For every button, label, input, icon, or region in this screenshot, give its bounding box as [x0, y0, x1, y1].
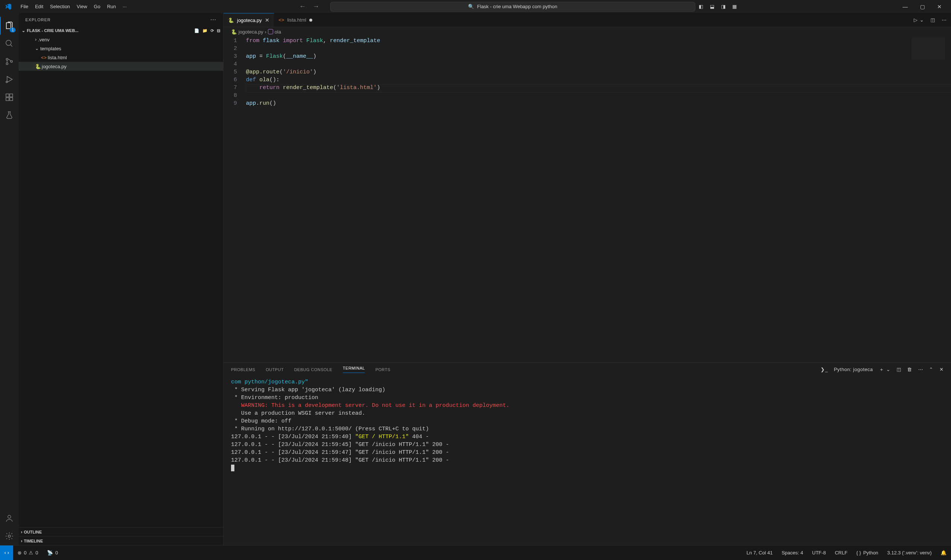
status-python-interpreter[interactable]: 3.12.3 ('.venv': venv) — [883, 550, 936, 555]
panel-tab-debug-console[interactable]: DEBUG CONSOLE — [294, 368, 332, 372]
tree-item-label: lista.html — [48, 55, 67, 60]
folder-header[interactable]: ⌄ FLASK - CRIE UMA WEB... 📄 📁 ⟳ ⊟ — [18, 26, 223, 35]
split-terminal-icon[interactable]: ◫ — [897, 367, 902, 372]
breadcrumb[interactable]: 🐍 jogoteca.py › ola — [223, 27, 951, 36]
chevron-down-icon: ⌄ — [22, 28, 25, 33]
source-control-icon[interactable] — [0, 52, 18, 71]
svg-line-1 — [11, 45, 12, 46]
editor-tab-jogoteca.py[interactable]: 🐍jogoteca.py✕ — [223, 13, 274, 27]
run-debug-icon[interactable] — [0, 71, 18, 88]
panel-tab-terminal[interactable]: TERMINAL — [343, 366, 365, 373]
editor-tab-lista.html[interactable]: <>lista.html — [274, 13, 317, 27]
window-maximize-icon[interactable]: ▢ — [914, 0, 931, 13]
menu-selection[interactable]: Selection — [46, 2, 73, 12]
refresh-icon[interactable]: ⟳ — [211, 28, 214, 33]
search-icon: 🔍 — [468, 4, 474, 9]
outline-section[interactable]: › OUTLINE — [18, 527, 223, 536]
kill-terminal-icon[interactable]: 🗑 — [907, 367, 912, 372]
status-notifications-icon[interactable]: 🔔 — [936, 550, 951, 555]
line-numbers: 123456789 — [223, 36, 246, 363]
menu-···[interactable]: ··· — [119, 2, 130, 12]
split-editor-icon[interactable]: ◫ — [931, 17, 935, 23]
layout-sidebar-right-icon[interactable]: ◨ — [718, 0, 729, 13]
maximize-panel-icon[interactable]: ⌃ — [929, 367, 934, 372]
new-terminal-icon[interactable]: ＋ — [879, 366, 884, 373]
layout-sidebar-left-icon[interactable]: ◧ — [696, 0, 706, 13]
tree-item-.venv[interactable]: ›.venv — [18, 35, 223, 44]
code-content[interactable]: from flask import Flask, render_template… — [246, 36, 951, 363]
menu-bar: FileEditSelectionViewGoRun··· — [17, 2, 130, 12]
status-language[interactable]: { }Python — [852, 550, 883, 555]
remote-indicator-icon[interactable] — [0, 545, 13, 560]
tree-item-lista.html[interactable]: <>lista.html — [18, 53, 223, 62]
chevron-right-icon: › — [21, 538, 22, 544]
breadcrumb-file[interactable]: jogoteca.py — [239, 29, 263, 35]
menu-edit[interactable]: Edit — [32, 2, 46, 12]
terminal-more-icon[interactable]: ⋯ — [918, 367, 923, 372]
sidebar-more-icon[interactable]: ⋯ — [210, 16, 217, 23]
svg-rect-6 — [6, 94, 9, 97]
close-panel-icon[interactable]: ✕ — [939, 367, 944, 372]
terminal-name[interactable]: Python: jogoteca — [834, 367, 873, 372]
extensions-icon[interactable] — [0, 88, 18, 106]
status-encoding[interactable]: UTF-8 — [808, 550, 830, 555]
terminal-output[interactable]: com python/jogoteca.py" * Serving Flask … — [223, 376, 951, 545]
svg-point-10 — [8, 515, 11, 518]
menu-file[interactable]: File — [17, 2, 32, 12]
timeline-section[interactable]: › TIMELINE — [18, 536, 223, 545]
accounts-icon[interactable] — [0, 509, 18, 527]
status-eol[interactable]: CRLF — [830, 550, 852, 555]
new-file-icon[interactable]: 📄 — [194, 28, 199, 33]
command-center-search[interactable]: 🔍 Flask - crie uma Webapp com python — [330, 2, 696, 12]
layout-panel-icon[interactable]: ⬓ — [706, 0, 718, 13]
layout-customize-icon[interactable]: ▦ — [729, 0, 740, 13]
status-cursor[interactable]: Ln 7, Col 41 — [742, 550, 777, 555]
menu-view[interactable]: View — [74, 2, 91, 12]
terminal-dropdown-icon[interactable]: ⌄ — [886, 367, 891, 372]
panel-tab-problems[interactable]: PROBLEMS — [231, 368, 255, 372]
dirty-indicator-icon — [309, 18, 312, 22]
settings-gear-icon[interactable] — [0, 527, 18, 545]
window-minimize-icon[interactable]: — — [897, 0, 914, 13]
status-problems[interactable]: ⊗0 ⚠0 — [13, 550, 43, 555]
minimap[interactable] — [911, 38, 945, 60]
python-file-icon: 🐍 — [231, 29, 237, 35]
status-indent[interactable]: Spaces: 4 — [777, 550, 808, 555]
svg-point-3 — [6, 63, 8, 65]
terminal-shell-icon[interactable]: ❯_ — [820, 367, 828, 372]
tree-item-templates[interactable]: ⌄templates — [18, 44, 223, 53]
search-text: Flask - crie uma Webapp com python — [477, 4, 557, 9]
warning-icon: ⚠ — [29, 550, 33, 555]
radio-tower-icon: 📡 — [47, 550, 53, 555]
menu-run[interactable]: Run — [104, 2, 119, 12]
breadcrumb-symbol[interactable]: ola — [275, 29, 281, 35]
explorer-sidebar: EXPLORER ⋯ ⌄ FLASK - CRIE UMA WEB... 📄 📁… — [18, 13, 223, 545]
svg-point-11 — [8, 535, 11, 537]
symbol-function-icon — [268, 29, 273, 34]
search-activity-icon[interactable] — [0, 35, 18, 52]
activity-bar: 1 — [0, 13, 18, 545]
svg-rect-8 — [10, 98, 13, 101]
panel-tab-output[interactable]: OUTPUT — [266, 368, 283, 372]
nav-back-icon[interactable]: ← — [298, 1, 308, 12]
new-folder-icon[interactable]: 📁 — [202, 28, 208, 33]
editor-more-icon[interactable]: ⋯ — [942, 17, 946, 23]
outline-label: OUTLINE — [24, 530, 42, 534]
run-python-icon[interactable]: ▷ — [914, 17, 917, 23]
nav-forward-icon[interactable]: → — [311, 1, 321, 12]
panel-tab-ports[interactable]: PORTS — [375, 368, 390, 372]
status-ports[interactable]: 📡0 — [43, 550, 62, 555]
tree-item-jogoteca.py[interactable]: 🐍jogoteca.py — [18, 62, 223, 71]
run-dropdown-icon[interactable]: ⌄ — [920, 17, 924, 23]
title-bar: FileEditSelectionViewGoRun··· ← → 🔍 Flas… — [0, 0, 951, 13]
explorer-icon[interactable]: 1 — [0, 17, 18, 35]
file-icon: 🐍 — [35, 64, 42, 69]
testing-icon[interactable] — [0, 106, 18, 124]
svg-point-2 — [6, 58, 8, 60]
close-tab-icon[interactable]: ✕ — [265, 17, 269, 23]
collapse-all-icon[interactable]: ⊟ — [217, 28, 220, 33]
tab-label: jogoteca.py — [237, 17, 262, 23]
menu-go[interactable]: Go — [91, 2, 104, 12]
code-editor[interactable]: 123456789 from flask import Flask, rende… — [223, 36, 951, 363]
window-close-icon[interactable]: ✕ — [931, 0, 948, 13]
